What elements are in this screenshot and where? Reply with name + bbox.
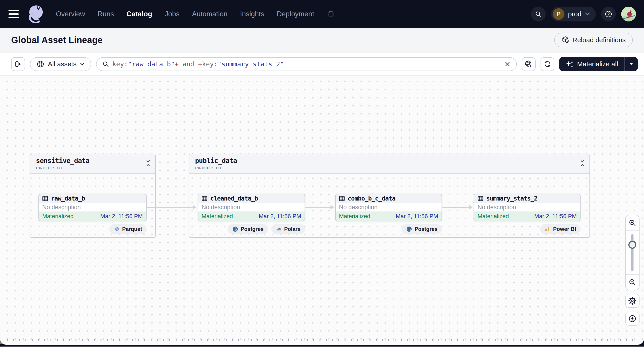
lineage-canvas[interactable]: sensitive_data example_co public_data ex…: [0, 76, 644, 345]
lineage-edge: [442, 207, 469, 208]
status-badge: Materialized: [339, 213, 370, 220]
collapse-group-button[interactable]: [580, 160, 585, 167]
nav-jobs[interactable]: Jobs: [165, 10, 180, 18]
search-query-text: key:"raw_data_b"+ and +key:"summary_stat…: [112, 60, 501, 68]
asset-node-raw-data-b[interactable]: raw_data_b No description Materialized M…: [38, 194, 146, 221]
group-name: sensitive_data: [36, 157, 150, 165]
reload-definitions-label: Reload definitions: [572, 36, 626, 44]
nav-deployment[interactable]: Deployment: [277, 10, 314, 18]
table-icon: [42, 195, 48, 202]
search-icon: [535, 11, 542, 17]
tag-polars[interactable]: Polars: [271, 224, 305, 234]
question-icon: ?: [605, 10, 612, 18]
tag-parquet[interactable]: Parquet: [109, 224, 146, 234]
asset-status-row: Materialized Mar 2, 11:56 PM: [474, 211, 580, 221]
tag-postgres[interactable]: Postgres: [402, 224, 442, 234]
download-icon: [628, 315, 636, 323]
zoom-out-button[interactable]: [626, 274, 639, 290]
nav-overview[interactable]: Overview: [56, 10, 85, 18]
zoom-in-button[interactable]: [626, 215, 639, 231]
add-scope-button[interactable]: [522, 57, 536, 71]
materialization-timestamp: Mar 2, 11:56 PM: [534, 213, 577, 220]
search-icon: [102, 61, 109, 67]
collapse-group-button[interactable]: [146, 160, 151, 167]
zoom-in-icon: [628, 219, 636, 227]
download-graph-button[interactable]: [625, 312, 640, 326]
loading-spinner-icon: [328, 11, 334, 17]
nav-insights[interactable]: Insights: [240, 10, 264, 18]
lineage-toolbar: All assets key:"raw_data_b"+ and +key:"s…: [0, 52, 644, 76]
asset-status-row: Materialized Mar 2, 11:56 PM: [198, 211, 304, 221]
parquet-icon: [114, 226, 120, 232]
deployment-name: prod: [568, 10, 582, 18]
group-header[interactable]: public_data example_co: [189, 154, 590, 174]
materialization-timestamp: Mar 2, 11:56 PM: [396, 213, 438, 220]
materialization-timestamp: Mar 2, 11:56 PM: [259, 213, 301, 220]
group-name: public_data: [195, 157, 584, 165]
menu-icon[interactable]: [8, 9, 19, 19]
asset-name: summary_stats_2: [486, 195, 538, 202]
globe-plus-icon: [525, 60, 533, 68]
table-icon: [339, 195, 345, 202]
dagster-logo-icon[interactable]: [26, 3, 47, 25]
refresh-button[interactable]: [540, 57, 554, 71]
asset-description: No description: [336, 203, 442, 212]
help-button[interactable]: ?: [601, 7, 616, 21]
status-badge: Materialized: [42, 213, 74, 220]
bottom-tick-strip: [7, 339, 635, 341]
group-header[interactable]: sensitive_data example_co: [30, 154, 155, 174]
zoom-slider-thumb[interactable]: [628, 241, 636, 249]
graph-settings-button[interactable]: [625, 294, 640, 308]
materialize-split-button: Materialize all: [559, 57, 638, 71]
zoom-slider[interactable]: [626, 231, 639, 274]
page-title: Global Asset Lineage: [11, 35, 102, 45]
status-badge: Materialized: [202, 213, 233, 220]
refresh-icon: [544, 60, 551, 68]
asset-search-input[interactable]: key:"raw_data_b"+ and +key:"summary_stat…: [96, 57, 517, 71]
asset-node-combo-b-c-data[interactable]: combo_b_c_data No description Materializ…: [335, 194, 442, 221]
group-repo: example_co: [36, 165, 150, 170]
table-icon: [477, 195, 484, 202]
chevron-down-icon: [80, 62, 84, 66]
postgres-icon: [406, 226, 412, 232]
zoom-control-panel: [625, 215, 640, 290]
chevron-down-icon: [585, 12, 590, 16]
materialization-timestamp: Mar 2, 11:56 PM: [100, 213, 143, 220]
asset-node-summary-stats-2[interactable]: summary_stats_2 No description Materiali…: [474, 194, 580, 221]
asset-node-cleaned-data-b[interactable]: cleaned_data_b No description Materializ…: [198, 194, 305, 221]
navbar-right: P prod ?: [531, 7, 636, 21]
deployment-switcher[interactable]: P prod: [551, 7, 596, 21]
top-navbar: Overview Runs Catalog Jobs Automation In…: [0, 0, 644, 28]
materialize-options-button[interactable]: [625, 57, 638, 71]
zoom-slider-track[interactable]: [631, 234, 634, 271]
asset-name: raw_data_b: [51, 195, 85, 202]
collapse-icon: [580, 160, 585, 167]
materialize-all-button[interactable]: Materialize all: [559, 57, 624, 71]
tag-power-bi[interactable]: Power BI: [540, 224, 580, 234]
asset-tags-cleaned-data-b: Postgres Polars: [228, 224, 305, 234]
asset-tags-summary-stats-2: Power BI: [540, 224, 580, 234]
tag-postgres[interactable]: Postgres: [228, 224, 268, 234]
asset-scope-dropdown[interactable]: All assets: [30, 57, 91, 71]
status-badge: Materialized: [478, 213, 509, 220]
zoom-out-icon: [628, 279, 636, 286]
collapse-icon: [146, 160, 151, 167]
open-side-panel-button[interactable]: [11, 57, 25, 71]
svg-text:?: ?: [607, 12, 610, 16]
asset-status-row: Materialized Mar 2, 11:56 PM: [336, 211, 442, 221]
nav-automation[interactable]: Automation: [192, 10, 228, 18]
clear-search-button[interactable]: [504, 61, 510, 67]
nav-catalog[interactable]: Catalog: [126, 10, 152, 18]
asset-description: No description: [474, 203, 580, 212]
reload-cube-icon: [561, 36, 569, 44]
sparkle-icon: [566, 60, 574, 68]
user-avatar[interactable]: [621, 7, 636, 21]
asset-description: No description: [198, 203, 304, 212]
main-nav: Overview Runs Catalog Jobs Automation In…: [56, 10, 334, 18]
nav-runs[interactable]: Runs: [98, 10, 114, 18]
reload-definitions-button[interactable]: Reload definitions: [554, 32, 633, 47]
global-search-button[interactable]: [531, 7, 546, 21]
group-repo: example_co: [195, 165, 584, 170]
postgres-icon: [232, 226, 238, 232]
gear-icon: [628, 297, 636, 305]
